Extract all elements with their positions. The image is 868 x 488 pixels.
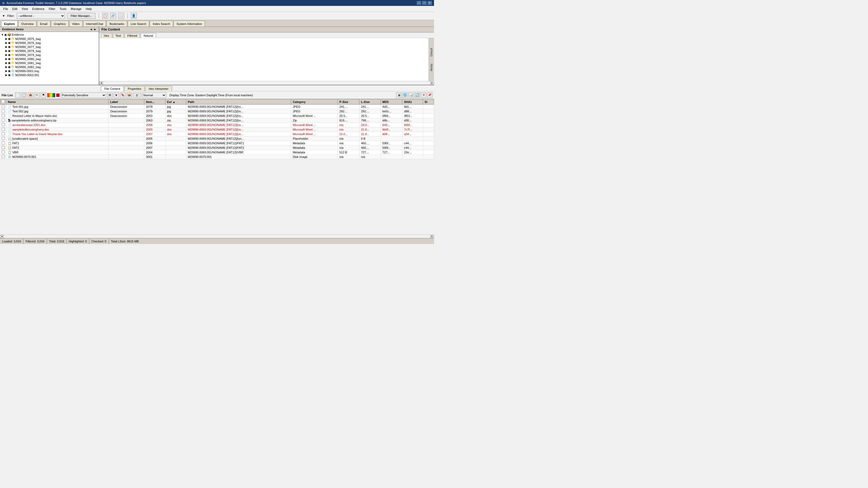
table-row[interactable]: 📄Text 001.jpgDeaccession2078jpgM29990-00… — [0, 104, 434, 109]
nav-forward-arrow[interactable]: ► — [94, 28, 97, 31]
tree-item-bag-0079[interactable]: ▶ ▣ 📁 M29990_0079_bag — [1, 53, 98, 57]
tab-index-search[interactable]: Index Search — [150, 21, 173, 27]
filter-dropdown[interactable]: - unfiltered - — [17, 13, 65, 19]
table-row[interactable]: 📋FAT22007M29990-0069.001/NONAME [FAT12]/… — [0, 145, 434, 150]
table-row[interactable]: 📄sampleteditorusingharry.doc2009docM2999… — [0, 127, 434, 132]
globe-button[interactable]: 🌐 — [402, 93, 408, 98]
table-row[interactable]: 📋FAT12006M29990-0069.001/NONAME [FAT12]/… — [0, 141, 434, 145]
bookmark-icon-button[interactable]: 📋 — [102, 13, 108, 19]
tree-checkbox[interactable]: ▣ — [8, 41, 10, 44]
add-to-bookmark-button[interactable]: 🔖 — [120, 93, 126, 98]
row-checkbox[interactable] — [0, 155, 6, 159]
row-checkbox[interactable] — [0, 136, 6, 141]
row-checkbox[interactable] — [0, 141, 6, 145]
col-psize[interactable]: P-Size — [338, 99, 360, 104]
columns-button[interactable]: ⊞ — [107, 93, 113, 98]
tree-checkbox[interactable]: ▣ — [8, 53, 10, 56]
maximize-button[interactable]: □ — [422, 1, 427, 5]
col-sha1[interactable]: SHA1 — [402, 99, 423, 104]
filter-manager-button[interactable]: Filter Manager... — [67, 13, 95, 19]
tree-checkbox[interactable]: ▣ — [8, 61, 10, 64]
tree-checkbox[interactable]: ▣ — [8, 69, 10, 72]
label-dropdown[interactable]: Potentially Sensitive — [61, 93, 106, 98]
color-picker-button[interactable] — [47, 93, 55, 97]
content-tab-text[interactable]: Text — [113, 33, 124, 38]
tree-item-bag-0082[interactable]: ▶ ▣ 📁 M29990_0082_bag — [1, 65, 98, 69]
nav-back-arrow[interactable]: ◄ — [90, 28, 93, 31]
tab-live-search[interactable]: Live Search — [128, 21, 149, 27]
col-category[interactable]: Category — [291, 99, 338, 104]
menu-view[interactable]: View — [20, 7, 30, 11]
col-checkbox[interactable] — [0, 99, 6, 104]
table-row[interactable]: 📄Text 002.jpgDeaccession2079jpgM29990-00… — [0, 109, 434, 114]
tree-item-bag-0081[interactable]: ▶ ▣ 📁 M29990_0081_bag — [1, 61, 98, 65]
tree-item-item-0063[interactable]: ▶ ▣ 💿 M29990-0063.001 — [1, 73, 98, 77]
select-all-checkbox[interactable] — [1, 100, 5, 103]
tree-item-bag-0078[interactable]: ▶ ▣ 📁 M29990_0078_bag — [1, 49, 98, 53]
edit-button[interactable]: ✏ — [34, 93, 40, 98]
col-item[interactable]: Item... — [144, 99, 165, 104]
scroll-right-btn[interactable]: ► — [430, 235, 434, 238]
col-ext[interactable]: Ext ▲ — [165, 99, 186, 104]
bottom-tab-file-content[interactable]: File Content — [101, 86, 124, 91]
row-checkbox[interactable] — [0, 127, 6, 132]
tab-email[interactable]: Email — [37, 21, 51, 27]
content-tab-filtered[interactable]: Filtered — [124, 33, 140, 38]
close-list-button[interactable]: ✕ — [421, 93, 426, 98]
tree-item-bag-0077[interactable]: ▶ ▣ 📁 M29990_0077_bag — [1, 45, 98, 49]
tree-item-bag-0075[interactable]: ▶ ▣ 📁 M29990_0075_bag — [1, 37, 98, 41]
table-row[interactable]: ⬜[unallocated space]2005M29990-0069.001/… — [0, 136, 434, 141]
table-row[interactable]: 📄Revised Letter to Mayor Hahn.docDeacces… — [0, 114, 434, 118]
content-tab-hex[interactable]: Hex — [101, 33, 112, 38]
copy-item-button[interactable]: 📋 — [22, 93, 27, 98]
pin-button[interactable]: 📌 — [427, 93, 432, 98]
tab-system-information[interactable]: System Information — [174, 21, 205, 27]
menu-help[interactable]: Help — [84, 7, 94, 11]
chart-button[interactable]: 📊 — [408, 93, 414, 98]
row-checkbox[interactable] — [0, 109, 6, 114]
col-md5[interactable]: MD5 — [381, 99, 402, 104]
menu-evidence[interactable]: Evidence — [30, 7, 46, 11]
bottom-tab-hex-interpreter[interactable]: Hex Interpreter — [145, 86, 172, 91]
tab-graphics[interactable]: Graphics — [51, 21, 69, 27]
table-row[interactable]: 📄annlanderssept.2001.doc2008docM29990-00… — [0, 123, 434, 127]
tree-item-bag-0080[interactable]: ▶ ▣ 📁 M29990_0080_bag — [1, 57, 98, 61]
tab-explore[interactable]: Explore — [1, 21, 18, 27]
view-toggle-button[interactable]: ||| — [133, 93, 141, 98]
default-panel-label[interactable]: Default — [429, 47, 433, 58]
tree-item-img-0001[interactable]: ▶ ▣ 💿 M29990-0001.img — [1, 69, 98, 73]
row-checkbox[interactable] — [0, 150, 6, 155]
export2-button[interactable]: 📦 — [127, 93, 132, 98]
row-checkbox[interactable] — [0, 114, 6, 118]
tree-checkbox[interactable]: ▣ — [4, 33, 7, 36]
tab-bookmarks[interactable]: Bookmarks — [106, 21, 127, 27]
screenshot-button[interactable]: 🖥 — [396, 93, 402, 98]
refresh-button[interactable]: 🔄 — [415, 93, 420, 98]
tree-checkbox[interactable]: ▣ — [8, 73, 10, 76]
tree-item-bag-0076[interactable]: ▶ ▣ 📁 M29990_0076_bag — [1, 41, 98, 45]
menu-tools[interactable]: Tools — [57, 7, 69, 11]
table-row[interactable]: 💿M29990-0070.0013001M29990-0070.001Disk … — [0, 155, 434, 159]
table-row[interactable]: 🗜sampleletterto editorusingharry.zip2063… — [0, 118, 434, 123]
new-item-button[interactable]: 📄 — [15, 93, 20, 98]
row-checkbox[interactable] — [0, 145, 6, 150]
link-icon-button[interactable]: 🔗 — [110, 13, 116, 19]
tree-checkbox[interactable]: ▣ — [8, 37, 10, 40]
tree-item-evidence-root[interactable]: ▼ ▣ 📦 Evidence — [1, 32, 98, 37]
scroll-right-button[interactable]: ► — [430, 82, 434, 85]
scroll-left-btn[interactable]: ◄ — [0, 235, 4, 238]
table-row[interactable]: 📄Thank You Letter to David Weyner.doc205… — [0, 132, 434, 136]
tree-checkbox[interactable]: ▣ — [8, 65, 10, 68]
col-si[interactable]: Si — [423, 99, 434, 104]
media-panel-label[interactable]: Media — [429, 63, 433, 72]
col-name[interactable]: Name — [6, 99, 108, 104]
flag-button[interactable]: ⚑ — [41, 93, 46, 98]
menu-manage[interactable]: Manage — [69, 7, 84, 11]
menu-file[interactable]: File — [1, 7, 10, 11]
table-row[interactable]: 📋VBR2004M29990-0069.001/NONAME [FAT12]/V… — [0, 150, 434, 155]
tab-video[interactable]: Video — [69, 21, 83, 27]
minimize-button[interactable]: ─ — [417, 1, 421, 5]
row-checkbox[interactable] — [0, 118, 6, 123]
tree-checkbox[interactable]: ▣ — [8, 45, 10, 48]
bottom-tab-properties[interactable]: Properties — [124, 86, 145, 91]
